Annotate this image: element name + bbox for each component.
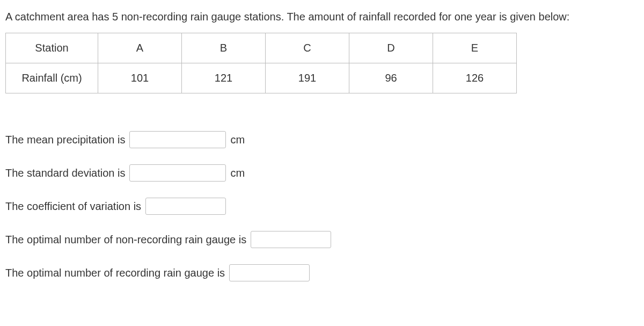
stddev-input[interactable] (129, 164, 226, 182)
table-cell: 121 (182, 63, 266, 93)
table-cell: 191 (266, 63, 349, 93)
question-nonrecording: The optimal number of non-recording rain… (5, 231, 639, 248)
table-cell: C (266, 33, 349, 63)
table-cell: 126 (433, 63, 517, 93)
table-row: Rainfall (cm) 101 121 191 96 126 (6, 63, 517, 93)
mean-unit: cm (230, 134, 245, 146)
table-cell: 96 (349, 63, 433, 93)
mean-label: The mean precipitation is (5, 134, 125, 146)
row-header-rainfall: Rainfall (cm) (6, 63, 98, 93)
stddev-unit: cm (230, 167, 245, 179)
question-mean: The mean precipitation is cm (5, 131, 639, 148)
table-cell: E (433, 33, 517, 63)
rainfall-table: Station A B C D E Rainfall (cm) 101 121 … (5, 33, 517, 93)
question-recording: The optimal number of recording rain gau… (5, 264, 639, 281)
table-cell: D (349, 33, 433, 63)
mean-input[interactable] (129, 131, 226, 148)
recording-input[interactable] (229, 264, 310, 281)
nonrecording-label: The optimal number of non-recording rain… (5, 234, 246, 246)
question-stddev: The standard deviation is cm (5, 164, 639, 182)
recording-label: The optimal number of recording rain gau… (5, 267, 225, 279)
table-row: Station A B C D E (6, 33, 517, 63)
question-cv: The coefficient of variation is (5, 198, 639, 215)
table-cell: A (98, 33, 182, 63)
table-cell: 101 (98, 63, 182, 93)
intro-text: A catchment area has 5 non-recording rai… (5, 11, 639, 23)
cv-label: The coefficient of variation is (5, 200, 141, 213)
cv-input[interactable] (145, 198, 226, 215)
stddev-label: The standard deviation is (5, 167, 125, 179)
table-cell: B (182, 33, 266, 63)
nonrecording-input[interactable] (251, 231, 331, 248)
row-header-station: Station (6, 33, 98, 63)
